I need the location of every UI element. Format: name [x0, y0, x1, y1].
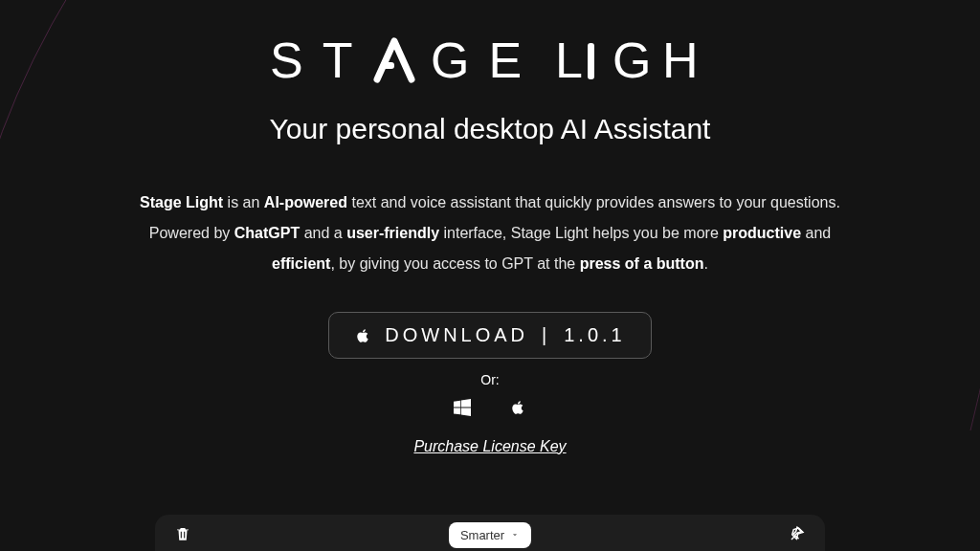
download-label: DOWNLOAD [385, 324, 528, 346]
pin-button[interactable] [789, 525, 806, 545]
apple-icon [354, 327, 371, 344]
svg-text:ST: ST [270, 35, 371, 88]
pin-icon [789, 525, 806, 542]
trash-button[interactable] [174, 525, 191, 545]
svg-rect-8 [184, 531, 185, 538]
download-button[interactable]: DOWNLOAD | 1.0.1 [328, 312, 651, 359]
svg-rect-7 [181, 531, 182, 538]
description-text: Stage Light is an AI-powered text and vo… [140, 187, 840, 279]
subtitle: Your personal desktop AI Assistant [270, 113, 711, 145]
apple-icon [509, 399, 526, 416]
download-version: 1.0.1 [564, 324, 625, 346]
windows-icon [454, 399, 471, 416]
windows-download-button[interactable] [454, 399, 471, 419]
chevron-down-icon [510, 530, 520, 540]
mode-dropdown[interactable]: Smarter [449, 522, 531, 548]
svg-rect-1 [381, 62, 394, 69]
svg-text:GE: GE [431, 35, 541, 88]
svg-text:HT: HT [662, 35, 710, 88]
app-preview-bar: Smarter [155, 515, 825, 551]
or-label: Or: [480, 372, 499, 387]
svg-rect-4 [588, 43, 594, 79]
trash-icon [174, 525, 191, 542]
apple-download-button[interactable] [509, 399, 526, 419]
dropdown-label: Smarter [460, 528, 504, 542]
logo-text: ST GE L G HT [270, 33, 710, 101]
download-separator: | [542, 324, 550, 346]
purchase-license-link[interactable]: Purchase License Key [413, 438, 566, 455]
svg-text:L: L [555, 35, 602, 88]
